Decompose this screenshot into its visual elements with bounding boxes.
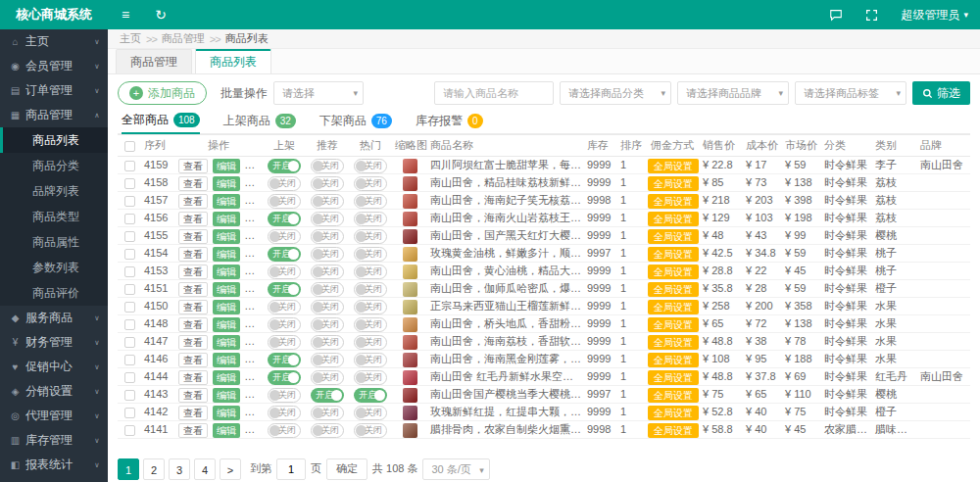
filter-button[interactable]: 筛选 bbox=[912, 81, 970, 105]
recommend-toggle[interactable]: 关闭 bbox=[311, 353, 344, 367]
filter-tab[interactable]: 上架商品32 bbox=[223, 108, 296, 134]
row-checkbox[interactable] bbox=[124, 266, 135, 277]
hot-toggle[interactable]: 关闭 bbox=[354, 370, 387, 385]
admin-menu[interactable]: 超级管理员 ▾ bbox=[889, 0, 980, 29]
filter-tab[interactable]: 库存报警0 bbox=[416, 108, 483, 134]
recommend-toggle[interactable]: 关闭 bbox=[311, 423, 344, 438]
recommend-toggle[interactable]: 关闭 bbox=[311, 282, 344, 297]
commission-button[interactable]: 全局设置 bbox=[648, 212, 699, 226]
commission-button[interactable]: 全局设置 bbox=[648, 335, 699, 350]
onsale-toggle[interactable]: 开启 bbox=[268, 370, 301, 385]
delete-button[interactable]: 删除 bbox=[245, 317, 263, 332]
sidebar-item[interactable]: ◆服务商品∨ bbox=[0, 306, 108, 330]
breadcrumb-item[interactable]: 主页 bbox=[120, 31, 141, 46]
delete-button[interactable]: 删除 bbox=[245, 229, 263, 244]
add-product-button[interactable]: + 添加商品 bbox=[118, 81, 207, 105]
onsale-toggle[interactable]: 关闭 bbox=[268, 176, 301, 191]
view-button[interactable]: 查看 bbox=[178, 317, 208, 332]
row-checkbox[interactable] bbox=[124, 319, 135, 330]
edit-button[interactable]: 编辑 bbox=[213, 300, 240, 314]
page-button[interactable]: 1 bbox=[118, 458, 139, 480]
select-all-checkbox[interactable] bbox=[124, 141, 135, 152]
delete-button[interactable]: 删除 bbox=[245, 159, 263, 173]
page-button[interactable]: 4 bbox=[194, 458, 216, 480]
edit-button[interactable]: 编辑 bbox=[213, 212, 240, 226]
product-thumbnail[interactable] bbox=[403, 300, 417, 314]
product-thumbnail[interactable] bbox=[403, 317, 417, 332]
view-button[interactable]: 查看 bbox=[178, 247, 208, 262]
page-button[interactable]: 2 bbox=[143, 458, 165, 480]
row-checkbox[interactable] bbox=[124, 425, 135, 436]
hot-toggle[interactable]: 关闭 bbox=[354, 194, 387, 209]
commission-button[interactable]: 全局设置 bbox=[648, 388, 699, 403]
recommend-toggle[interactable]: 关闭 bbox=[311, 229, 344, 244]
edit-button[interactable]: 编辑 bbox=[213, 317, 240, 332]
view-button[interactable]: 查看 bbox=[178, 423, 208, 438]
onsale-toggle[interactable]: 关闭 bbox=[268, 300, 301, 314]
batch-select[interactable]: 请选择 ▾ bbox=[273, 81, 364, 105]
delete-button[interactable]: 删除 bbox=[245, 370, 263, 385]
edit-button[interactable]: 编辑 bbox=[213, 247, 240, 262]
page-tab[interactable]: 商品管理 bbox=[116, 49, 192, 73]
sidebar-subitem[interactable]: 商品类型 bbox=[0, 204, 108, 229]
jump-page-input[interactable] bbox=[276, 458, 306, 480]
product-thumbnail[interactable] bbox=[403, 212, 417, 226]
recommend-toggle[interactable]: 关闭 bbox=[311, 212, 344, 226]
row-checkbox[interactable] bbox=[124, 355, 135, 365]
edit-button[interactable]: 编辑 bbox=[213, 159, 240, 173]
row-checkbox[interactable] bbox=[124, 372, 135, 383]
hot-toggle[interactable]: 关闭 bbox=[354, 317, 387, 332]
hot-toggle[interactable]: 关闭 bbox=[354, 265, 387, 279]
sidebar-item[interactable]: ▦商品管理∧ bbox=[0, 103, 108, 127]
delete-button[interactable]: 删除 bbox=[245, 212, 263, 226]
row-checkbox[interactable] bbox=[124, 302, 135, 313]
onsale-toggle[interactable]: 关闭 bbox=[268, 335, 301, 350]
hot-toggle[interactable]: 关闭 bbox=[354, 300, 387, 314]
commission-button[interactable]: 全局设置 bbox=[648, 282, 699, 297]
commission-button[interactable]: 全局设置 bbox=[648, 406, 699, 420]
sidebar-item[interactable]: ◎代理管理∨ bbox=[0, 404, 108, 428]
product-thumbnail[interactable] bbox=[403, 265, 417, 279]
filter-tab[interactable]: 下架商品76 bbox=[319, 108, 392, 134]
hot-toggle[interactable]: 关闭 bbox=[354, 423, 387, 438]
next-page-button[interactable]: > bbox=[220, 458, 241, 480]
view-button[interactable]: 查看 bbox=[178, 388, 208, 403]
onsale-toggle[interactable]: 关闭 bbox=[268, 229, 301, 244]
sidebar-subitem[interactable]: 商品属性 bbox=[0, 229, 108, 255]
commission-button[interactable]: 全局设置 bbox=[648, 370, 699, 385]
delete-button[interactable]: 删除 bbox=[245, 335, 263, 350]
recommend-toggle[interactable]: 开启 bbox=[311, 388, 344, 403]
recommend-toggle[interactable]: 关闭 bbox=[311, 370, 344, 385]
page-tab[interactable]: 商品列表 bbox=[195, 49, 271, 73]
page-size-select[interactable]: 30 条/页 ▾ bbox=[422, 458, 489, 480]
recommend-toggle[interactable]: 关闭 bbox=[311, 300, 344, 314]
product-thumbnail[interactable] bbox=[403, 353, 417, 367]
edit-button[interactable]: 编辑 bbox=[213, 388, 240, 403]
onsale-toggle[interactable]: 关闭 bbox=[268, 423, 301, 438]
row-checkbox[interactable] bbox=[124, 196, 135, 207]
onsale-toggle[interactable]: 关闭 bbox=[268, 317, 301, 332]
sidebar-item[interactable]: ⌂主页∨ bbox=[0, 29, 108, 54]
edit-button[interactable]: 编辑 bbox=[213, 353, 240, 367]
view-button[interactable]: 查看 bbox=[178, 282, 208, 297]
view-button[interactable]: 查看 bbox=[178, 353, 208, 367]
filter-tab[interactable]: 全部商品108 bbox=[122, 108, 200, 134]
delete-button[interactable]: 删除 bbox=[245, 406, 263, 420]
breadcrumb-item[interactable]: 商品管理 bbox=[162, 31, 205, 46]
category-select[interactable]: 请选择商品分类 ▾ bbox=[560, 81, 671, 105]
confirm-button[interactable]: 确定 bbox=[326, 458, 368, 480]
row-checkbox[interactable] bbox=[124, 214, 135, 224]
row-checkbox[interactable] bbox=[124, 161, 135, 171]
onsale-toggle[interactable]: 关闭 bbox=[268, 265, 301, 279]
edit-button[interactable]: 编辑 bbox=[213, 176, 240, 191]
recommend-toggle[interactable]: 关闭 bbox=[311, 159, 344, 173]
sidebar-subitem[interactable]: 商品列表 bbox=[0, 127, 108, 153]
commission-button[interactable]: 全局设置 bbox=[648, 194, 699, 209]
product-thumbnail[interactable] bbox=[403, 159, 417, 173]
view-button[interactable]: 查看 bbox=[178, 159, 208, 173]
brand-select[interactable]: 请选择商品品牌 ▾ bbox=[677, 81, 789, 105]
recommend-toggle[interactable]: 关闭 bbox=[311, 194, 344, 209]
sidebar-item[interactable]: ♥促销中心∨ bbox=[0, 355, 108, 379]
breadcrumb-item[interactable]: 商品列表 bbox=[225, 31, 269, 46]
refresh-icon[interactable]: ↻ bbox=[143, 0, 178, 29]
